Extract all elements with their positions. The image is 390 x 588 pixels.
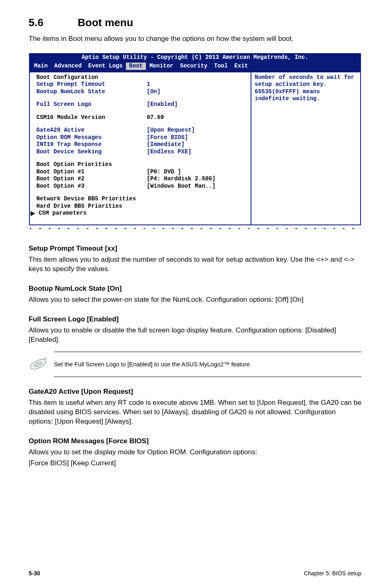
page-number: 5-30 — [29, 570, 40, 577]
intro-paragraph: The items in Boot menu allows you to cha… — [29, 34, 361, 44]
numlock-label[interactable]: Bootup NumLock State — [36, 88, 147, 96]
boot-option-1-label[interactable]: Boot Option #1 — [36, 168, 147, 176]
gatea20-heading: GateA20 Active [Upon Request] — [29, 388, 361, 396]
int19-label[interactable]: INT19 Trap Response — [36, 141, 147, 148]
full-logo-body: Allows you to enable or disable the full… — [29, 326, 361, 345]
setup-prompt-timeout-value: 1 — [147, 81, 248, 88]
bios-titlebar: Aptio Setup Utility - Copyright (C) 2013… — [29, 53, 361, 62]
page-footer: 5-30 Chapter 5: BIOS setup — [29, 570, 361, 577]
note-icon — [29, 356, 54, 373]
boot-seeking-label[interactable]: Boot Device Seeking — [36, 148, 147, 156]
section-title: Boot menu — [78, 16, 133, 29]
network-bbs-label[interactable]: Network Device BBS Priorities — [36, 195, 136, 203]
setup-prompt-heading: Setup Prompt Timeout [xx] — [29, 245, 361, 253]
numlock-heading: Bootup NumLock State [On] — [29, 285, 361, 293]
hdd-bbs-label[interactable]: Hard Drive BBS Priorities — [36, 203, 122, 210]
menu-event-logs[interactable]: Event Logs — [85, 63, 126, 70]
boot-option-1-value: [P0: DVD ] — [147, 168, 248, 176]
option-rom-heading: Option ROM Messages [Force BIOS] — [29, 437, 361, 445]
dashed-divider: - - - - - - - - - - - - - - - - - - - - … — [29, 225, 361, 232]
boot-priorities-header: Boot Option Priorities — [36, 161, 147, 168]
bios-body: Boot Configuration Setup Prompt Timeout1… — [29, 72, 361, 225]
setup-prompt-body: This item allows you to adjust the numbe… — [29, 255, 361, 274]
numlock-value: [On] — [147, 88, 248, 96]
boot-option-2-label[interactable]: Boot Option #2 — [36, 175, 147, 183]
full-screen-logo-value: [Enabled] — [147, 101, 248, 108]
bios-menubar: Main Advanced Event Logs Boot Monitor Se… — [29, 62, 361, 72]
menu-main[interactable]: Main — [31, 63, 51, 70]
boot-option-3-label[interactable]: Boot Option #3 — [36, 183, 147, 190]
option-rom-body-2: [Force BIOS] [Keep Current] — [29, 459, 361, 468]
option-rom-value: [Force BIOS] — [147, 134, 248, 141]
chapter-label: Chapter 5: BIOS setup — [304, 570, 361, 577]
menu-boot[interactable]: Boot — [126, 63, 146, 70]
gatea20-label[interactable]: GateA20 Active — [36, 127, 147, 134]
bios-left-panel: Boot Configuration Setup Prompt Timeout1… — [30, 72, 251, 224]
section-number: 5.6 — [29, 16, 78, 29]
csm16-value: 07.69 — [147, 114, 248, 121]
boot-config-header: Boot Configuration — [36, 74, 147, 81]
option-rom-label[interactable]: Option ROM Messages — [36, 134, 147, 141]
menu-tool[interactable]: Tool — [211, 63, 231, 70]
bios-screenshot: Aptio Setup Utility - Copyright (C) 2013… — [29, 53, 361, 226]
int19-value: [Immediate] — [147, 141, 248, 148]
note-text: Set the Full Screen Logo to [Enabled] to… — [54, 361, 361, 368]
gatea20-body: This item is useful when any RT code is … — [29, 398, 361, 426]
bios-help-panel: Number of seconds to wait for setup acti… — [251, 72, 360, 224]
menu-advanced[interactable]: Advanced — [51, 63, 85, 70]
menu-monitor[interactable]: Monitor — [146, 63, 177, 70]
boot-option-2-value: [P4: Harddisk 2.50G] — [147, 175, 248, 183]
boot-option-3-value: [Windows Boot Man..] — [147, 183, 248, 190]
triangle-icon: ▶ — [31, 210, 35, 217]
menu-exit[interactable]: Exit — [231, 63, 251, 70]
bios-help-text: Number of seconds to wait for setup acti… — [255, 74, 357, 103]
csm-parameters-label[interactable]: CSM parameters — [38, 210, 87, 217]
menu-security[interactable]: Security — [177, 63, 211, 70]
numlock-body: Allows you to select the power-on state … — [29, 295, 361, 305]
boot-seeking-value: [Endless PXE] — [147, 148, 248, 156]
full-screen-logo-label[interactable]: Full Screen Logo — [36, 101, 147, 108]
csm16-label: CSM16 Module Version — [36, 114, 147, 121]
setup-prompt-timeout-label[interactable]: Setup Prompt Timeout — [36, 81, 147, 88]
svg-point-1 — [33, 361, 43, 368]
option-rom-body-1: Allows you to set the display mode for O… — [29, 448, 361, 457]
section-heading: 5.6Boot menu — [29, 16, 361, 29]
gatea20-value: [Upon Request] — [147, 127, 248, 134]
note-block: Set the Full Screen Logo to [Enabled] to… — [29, 352, 361, 377]
full-logo-heading: Full Screen Logo [Enabled] — [29, 315, 361, 323]
